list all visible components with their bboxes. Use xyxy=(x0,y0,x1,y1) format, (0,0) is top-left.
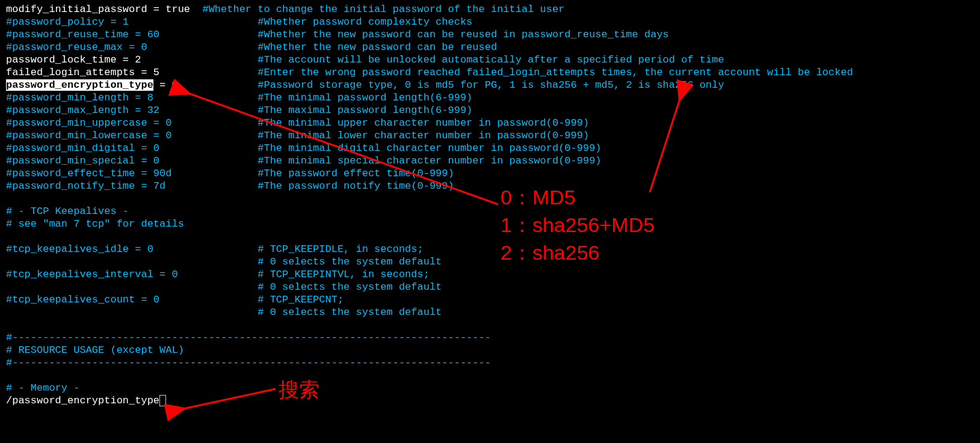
code-text: #password_min_special = 0 #The minimal s… xyxy=(6,155,602,167)
code-text: #password_notify_time = 7d #The password… xyxy=(6,180,454,192)
code-text: # - Memory - xyxy=(6,382,79,394)
code-text: #password_reuse_max = 0 #Whether the new… xyxy=(6,41,497,53)
code-text: # 0 selects the system default xyxy=(6,307,442,318)
code-text: # 0 selects the system default xyxy=(6,256,442,267)
code-text: # - TCP Keepalives - xyxy=(6,206,129,217)
code-text: #password_min_uppercase = 0 #The minimal… xyxy=(6,117,589,129)
code-text: = 0 xyxy=(153,79,257,91)
code-text: # RESOURCE USAGE (except WAL) xyxy=(6,344,184,356)
code-text: #Whether to change the initial password … xyxy=(202,4,564,15)
code-text: # 0 selects the system default xyxy=(6,281,442,293)
code-text: #---------------------------------------… xyxy=(6,332,491,343)
code-text: #Enter the wrong password reached failed… xyxy=(257,67,853,78)
code-text: #tcp_keepalives_count = 0 # TCP_KEEPCNT; xyxy=(6,294,344,305)
terminal-cursor xyxy=(159,395,166,406)
terminal-code-view: modify_initial_password = true #Whether … xyxy=(0,0,980,410)
code-text: password_lock_time = 2 xyxy=(6,54,257,66)
code-text: password_encryption_type xyxy=(6,79,153,91)
code-text: modify_initial_password = true xyxy=(6,4,202,15)
code-text: #password_max_length = 32 #The maximal p… xyxy=(6,105,472,116)
code-text: #password_min_lowercase = 0 #The minimal… xyxy=(6,130,589,141)
code-text: #password_effect_time = 90d #The passwor… xyxy=(6,168,454,179)
code-text: #password_min_digital = 0 #The minimal d… xyxy=(6,142,602,154)
code-text: /password_encryption_type xyxy=(6,395,159,406)
code-text: #password_min_length = 8 #The minimal pa… xyxy=(6,92,472,103)
code-text: #password_policy = 1 #Whether password c… xyxy=(6,16,472,28)
code-text: # see "man 7 tcp" for details xyxy=(6,218,184,230)
code-text: #password_reuse_time = 60 #Whether the n… xyxy=(6,29,669,40)
code-text: #---------------------------------------… xyxy=(6,357,491,368)
code-text: #Password storage type, 0 is md5 for PG,… xyxy=(257,79,724,91)
code-text: #tcp_keepalives_idle = 0 # TCP_KEEPIDLE,… xyxy=(6,243,424,255)
code-text: failed_login_attempts = 5 xyxy=(6,67,257,78)
code-text: #The account will be unlocked automatica… xyxy=(257,54,724,66)
code-text: #tcp_keepalives_interval = 0 # TCP_KEEPI… xyxy=(6,269,430,280)
